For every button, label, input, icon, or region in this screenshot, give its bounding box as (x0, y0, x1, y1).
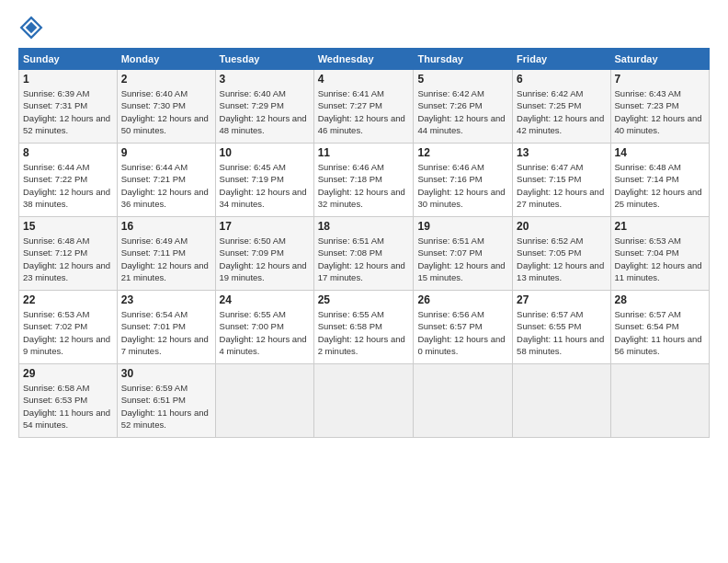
col-header-monday: Monday (117, 49, 215, 70)
calendar-cell: 9Sunrise: 6:44 AMSunset: 7:21 PMDaylight… (117, 144, 215, 217)
calendar-cell: 24Sunrise: 6:55 AMSunset: 7:00 PMDayligh… (215, 291, 313, 364)
calendar-cell: 6Sunrise: 6:42 AMSunset: 7:25 PMDaylight… (513, 70, 610, 144)
calendar-cell: 21Sunrise: 6:53 AMSunset: 7:04 PMDayligh… (610, 217, 709, 291)
calendar-cell: 19Sunrise: 6:51 AMSunset: 7:07 PMDayligh… (414, 217, 513, 291)
day-number: 27 (517, 293, 606, 306)
day-number: 4 (318, 73, 410, 86)
day-info: Sunrise: 6:40 AMSunset: 7:30 PMDaylight:… (121, 87, 211, 136)
day-info: Sunrise: 6:48 AMSunset: 7:14 PMDaylight:… (615, 161, 705, 210)
day-info: Sunrise: 6:42 AMSunset: 7:26 PMDaylight:… (417, 87, 508, 136)
calendar-cell: 3Sunrise: 6:40 AMSunset: 7:29 PMDaylight… (215, 70, 313, 144)
calendar-cell: 7Sunrise: 6:43 AMSunset: 7:23 PMDaylight… (610, 70, 709, 144)
calendar-cell: 25Sunrise: 6:55 AMSunset: 6:58 PMDayligh… (313, 291, 414, 364)
calendar-week-row: 29Sunrise: 6:58 AMSunset: 6:53 PMDayligh… (19, 364, 710, 438)
calendar-week-row: 8Sunrise: 6:44 AMSunset: 7:22 PMDaylight… (19, 144, 710, 217)
calendar-cell: 23Sunrise: 6:54 AMSunset: 7:01 PMDayligh… (117, 291, 215, 364)
day-info: Sunrise: 6:58 AMSunset: 6:53 PMDaylight:… (23, 382, 113, 431)
page: SundayMondayTuesdayWednesdayThursdayFrid… (0, 0, 728, 563)
day-number: 14 (615, 146, 705, 159)
day-info: Sunrise: 6:41 AMSunset: 7:27 PMDaylight:… (318, 87, 410, 136)
day-info: Sunrise: 6:52 AMSunset: 7:05 PMDaylight:… (517, 235, 606, 283)
day-info: Sunrise: 6:46 AMSunset: 7:18 PMDaylight:… (318, 161, 410, 210)
col-header-sunday: Sunday (19, 49, 118, 70)
day-info: Sunrise: 6:44 AMSunset: 7:22 PMDaylight:… (23, 161, 113, 210)
day-number: 23 (121, 293, 211, 306)
col-header-thursday: Thursday (414, 49, 513, 70)
calendar-cell: 20Sunrise: 6:52 AMSunset: 7:05 PMDayligh… (513, 217, 610, 291)
calendar-cell: 26Sunrise: 6:56 AMSunset: 6:57 PMDayligh… (414, 291, 513, 364)
day-info: Sunrise: 6:55 AMSunset: 7:00 PMDaylight:… (220, 308, 310, 357)
day-number: 28 (615, 293, 705, 306)
header (18, 15, 710, 40)
calendar-cell: 28Sunrise: 6:57 AMSunset: 6:54 PMDayligh… (610, 291, 709, 364)
day-info: Sunrise: 6:54 AMSunset: 7:01 PMDaylight:… (121, 308, 211, 357)
col-header-wednesday: Wednesday (313, 49, 414, 70)
col-header-saturday: Saturday (610, 49, 709, 70)
day-info: Sunrise: 6:51 AMSunset: 7:08 PMDaylight:… (318, 235, 410, 283)
day-number: 2 (121, 73, 211, 86)
day-number: 1 (23, 73, 113, 86)
calendar-cell: 15Sunrise: 6:48 AMSunset: 7:12 PMDayligh… (19, 217, 118, 291)
day-info: Sunrise: 6:55 AMSunset: 6:58 PMDaylight:… (318, 308, 410, 357)
day-info: Sunrise: 6:57 AMSunset: 6:54 PMDaylight:… (615, 308, 705, 357)
calendar-cell: 1Sunrise: 6:39 AMSunset: 7:31 PMDaylight… (19, 70, 118, 144)
day-number: 30 (121, 367, 211, 380)
calendar-cell: 13Sunrise: 6:47 AMSunset: 7:15 PMDayligh… (513, 144, 610, 217)
day-number: 11 (318, 146, 410, 159)
day-info: Sunrise: 6:53 AMSunset: 7:04 PMDaylight:… (615, 235, 705, 283)
calendar-cell: 17Sunrise: 6:50 AMSunset: 7:09 PMDayligh… (215, 217, 313, 291)
day-number: 3 (220, 73, 310, 86)
day-number: 26 (417, 293, 508, 306)
calendar-cell: 18Sunrise: 6:51 AMSunset: 7:08 PMDayligh… (313, 217, 414, 291)
day-info: Sunrise: 6:57 AMSunset: 6:55 PMDaylight:… (517, 308, 606, 357)
day-number: 16 (121, 220, 211, 233)
day-number: 18 (318, 220, 410, 233)
calendar-cell: 27Sunrise: 6:57 AMSunset: 6:55 PMDayligh… (513, 291, 610, 364)
day-info: Sunrise: 6:49 AMSunset: 7:11 PMDaylight:… (121, 235, 211, 283)
day-info: Sunrise: 6:53 AMSunset: 7:02 PMDaylight:… (23, 308, 113, 357)
calendar-cell: 16Sunrise: 6:49 AMSunset: 7:11 PMDayligh… (117, 217, 215, 291)
day-info: Sunrise: 6:39 AMSunset: 7:31 PMDaylight:… (23, 87, 113, 136)
calendar-cell: 2Sunrise: 6:40 AMSunset: 7:30 PMDaylight… (117, 70, 215, 144)
calendar-cell: 14Sunrise: 6:48 AMSunset: 7:14 PMDayligh… (610, 144, 709, 217)
day-number: 20 (517, 220, 606, 233)
calendar-cell: 12Sunrise: 6:46 AMSunset: 7:16 PMDayligh… (414, 144, 513, 217)
calendar-cell (513, 364, 610, 438)
day-number: 5 (417, 73, 508, 86)
day-number: 21 (615, 220, 705, 233)
day-number: 19 (417, 220, 508, 233)
calendar-cell (313, 364, 414, 438)
day-number: 9 (121, 146, 211, 159)
calendar-cell (610, 364, 709, 438)
day-info: Sunrise: 6:56 AMSunset: 6:57 PMDaylight:… (417, 308, 508, 357)
calendar-header-row: SundayMondayTuesdayWednesdayThursdayFrid… (19, 49, 710, 70)
calendar-cell: 4Sunrise: 6:41 AMSunset: 7:27 PMDaylight… (313, 70, 414, 144)
day-number: 8 (23, 146, 113, 159)
logo-icon (18, 15, 44, 40)
day-info: Sunrise: 6:59 AMSunset: 6:51 PMDaylight:… (121, 382, 211, 431)
col-header-tuesday: Tuesday (215, 49, 313, 70)
day-info: Sunrise: 6:47 AMSunset: 7:15 PMDaylight:… (517, 161, 606, 210)
calendar-cell (414, 364, 513, 438)
calendar-week-row: 22Sunrise: 6:53 AMSunset: 7:02 PMDayligh… (19, 291, 710, 364)
day-number: 15 (23, 220, 113, 233)
day-info: Sunrise: 6:45 AMSunset: 7:19 PMDaylight:… (220, 161, 310, 210)
day-number: 10 (220, 146, 310, 159)
calendar-table: SundayMondayTuesdayWednesdayThursdayFrid… (18, 48, 710, 438)
day-info: Sunrise: 6:50 AMSunset: 7:09 PMDaylight:… (220, 235, 310, 283)
calendar-cell: 11Sunrise: 6:46 AMSunset: 7:18 PMDayligh… (313, 144, 414, 217)
day-info: Sunrise: 6:51 AMSunset: 7:07 PMDaylight:… (417, 235, 508, 283)
day-number: 25 (318, 293, 410, 306)
day-number: 13 (517, 146, 606, 159)
calendar-week-row: 1Sunrise: 6:39 AMSunset: 7:31 PMDaylight… (19, 70, 710, 144)
day-number: 17 (220, 220, 310, 233)
calendar-cell (215, 364, 313, 438)
day-number: 7 (615, 73, 705, 86)
day-info: Sunrise: 6:43 AMSunset: 7:23 PMDaylight:… (615, 87, 705, 136)
day-info: Sunrise: 6:48 AMSunset: 7:12 PMDaylight:… (23, 235, 113, 283)
day-number: 6 (517, 73, 606, 86)
day-info: Sunrise: 6:46 AMSunset: 7:16 PMDaylight:… (417, 161, 508, 210)
day-number: 12 (417, 146, 508, 159)
calendar-cell: 10Sunrise: 6:45 AMSunset: 7:19 PMDayligh… (215, 144, 313, 217)
col-header-friday: Friday (513, 49, 610, 70)
